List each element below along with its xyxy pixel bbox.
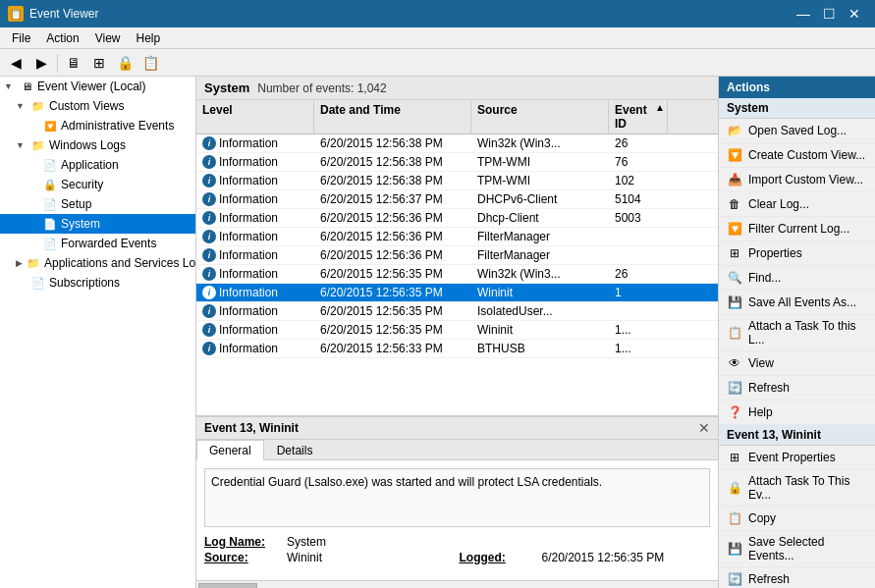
action-open-saved-log[interactable]: 📂 Open Saved Log... [719, 119, 875, 143]
action-refresh[interactable]: 🔄 Refresh [719, 376, 875, 401]
col-header-source[interactable]: Source [471, 100, 609, 134]
attach-task-icon: 📋 [727, 325, 742, 341]
tree-item-custom-views[interactable]: ▼ 📁 Custom Views [0, 96, 195, 116]
refresh-label: Refresh [748, 381, 790, 395]
table-row[interactable]: i Information 6/20/2015 12:56:35 PM Wini… [196, 321, 718, 340]
table-row[interactable]: i Information 6/20/2015 12:56:33 PM BTHU… [196, 340, 718, 358]
back-button[interactable]: ◀ [4, 52, 27, 74]
action-attach-task-event[interactable]: 🔒 Attach Task To This Ev... [719, 470, 875, 507]
cell-eventid: 26 [609, 134, 668, 152]
copy-icon: 📋 [727, 510, 742, 526]
col-header-eventid[interactable]: Event ID ▲ [609, 100, 668, 134]
info-icon: i [202, 211, 216, 225]
filter-log-icon: 🔽 [727, 221, 742, 237]
attach-task-label: Attach a Task To this L... [748, 319, 867, 347]
table-row[interactable]: i Information 6/20/2015 12:56:38 PM Win3… [196, 134, 718, 153]
clipboard-button[interactable]: 📋 [138, 52, 162, 74]
filter-log-label: Filter Current Log... [748, 222, 849, 236]
maximize-button[interactable]: ☐ [816, 4, 842, 24]
action-filter-current-log[interactable]: 🔽 Filter Current Log... [719, 217, 875, 241]
tree-icon-windows-logs: 📁 [30, 137, 46, 153]
forward-button[interactable]: ▶ [29, 52, 53, 74]
import-custom-view-icon: 📥 [727, 172, 742, 187]
cell-eventid: 102 [609, 172, 668, 189]
detail-scrollbar[interactable] [196, 580, 718, 588]
tree-label-app-services: Applications and Services Lo... [44, 256, 196, 270]
action-properties[interactable]: ⊞ Properties [719, 241, 875, 266]
col-header-datetime[interactable]: Date and Time [314, 100, 471, 134]
tree-item-system[interactable]: 📄 System [0, 214, 195, 234]
action-clear-log[interactable]: 🗑 Clear Log... [719, 192, 875, 217]
event-table: Level Date and Time Source Event ID ▲ i … [196, 100, 718, 416]
log-name-value: System [287, 535, 456, 549]
action-view[interactable]: 👁 View [719, 351, 875, 376]
tree-item-subscriptions[interactable]: 📄 Subscriptions [0, 273, 195, 293]
action-refresh2[interactable]: 🔄 Refresh [719, 567, 875, 588]
cell-source: Dhcp-Client [471, 209, 609, 227]
tree-item-admin-events[interactable]: 🔽 Administrative Events [0, 116, 195, 135]
action-copy[interactable]: 📋 Copy [719, 507, 875, 531]
detail-title: Event 13, Wininit [204, 421, 299, 435]
tree-item-windows-logs[interactable]: ▼ 📁 Windows Logs [0, 135, 195, 155]
tree-item-security[interactable]: 🔒 Security [0, 175, 195, 194]
tab-details[interactable]: Details [264, 440, 326, 460]
tree-item-forwarded-events[interactable]: 📄 Forwarded Events [0, 234, 195, 253]
tree-item-application[interactable]: 📄 Application [0, 155, 195, 175]
table-row[interactable]: i Information 6/20/2015 12:56:36 PM Filt… [196, 246, 718, 265]
menu-view[interactable]: View [87, 29, 129, 47]
table-row[interactable]: i Information 6/20/2015 12:56:37 PM DHCP… [196, 190, 718, 209]
action-find[interactable]: 🔍 Find... [719, 266, 875, 291]
table-row-selected[interactable]: i Information 6/20/2015 12:56:35 PM Wini… [196, 284, 718, 302]
tree-item-event-viewer[interactable]: ▼ 🖥 Event Viewer (Local) [0, 77, 195, 96]
cell-source: Wininit [471, 321, 609, 339]
monitor-button[interactable]: 🖥 [62, 52, 85, 74]
menu-file[interactable]: File [4, 29, 38, 47]
action-import-custom-view[interactable]: 📥 Import Custom View... [719, 168, 875, 192]
toolbar: ◀ ▶ 🖥 ⊞ 🔒 📋 [0, 49, 875, 77]
table-row[interactable]: i Information 6/20/2015 12:56:35 PM Win3… [196, 265, 718, 284]
refresh-icon: 🔄 [727, 380, 742, 396]
cell-datetime: 6/20/2015 12:56:38 PM [314, 153, 471, 171]
tree-label-admin-events: Administrative Events [61, 119, 174, 133]
table-row[interactable]: i Information 6/20/2015 12:56:35 PM Isol… [196, 302, 718, 321]
action-event-properties[interactable]: ⊞ Event Properties [719, 446, 875, 470]
action-save-selected-events[interactable]: 💾 Save Selected Events... [719, 531, 875, 567]
actions-title: Actions [727, 80, 770, 94]
tree-item-setup[interactable]: 📄 Setup [0, 194, 195, 214]
detail-panel: Event 13, Wininit ✕ General Details Cred… [196, 416, 718, 588]
open-saved-log-icon: 📂 [727, 123, 742, 138]
table-row[interactable]: i Information 6/20/2015 12:56:36 PM Filt… [196, 228, 718, 246]
cell-datetime: 6/20/2015 12:56:35 PM [314, 284, 471, 301]
event-properties-label: Event Properties [748, 451, 836, 464]
cell-eventid [609, 302, 668, 320]
tree-item-app-services[interactable]: ▶ 📁 Applications and Services Lo... [0, 253, 195, 273]
action-create-custom-view[interactable]: 🔽 Create Custom View... [719, 143, 875, 168]
tab-general[interactable]: General [196, 440, 264, 460]
close-button[interactable]: ✕ [842, 4, 867, 24]
detail-tabs: General Details [196, 440, 718, 460]
grid-button[interactable]: ⊞ [87, 52, 111, 74]
cell-datetime: 6/20/2015 12:56:36 PM [314, 246, 471, 264]
cell-eventid: 1... [609, 340, 668, 357]
table-row[interactable]: i Information 6/20/2015 12:56:38 PM TPM-… [196, 172, 718, 190]
attach-task-event-label: Attach Task To This Ev... [748, 474, 867, 502]
info-icon: i [202, 230, 216, 243]
action-save-all-events[interactable]: 💾 Save All Events As... [719, 291, 875, 315]
col-header-level[interactable]: Level [196, 100, 314, 134]
copy-label: Copy [748, 511, 776, 525]
cell-level: i Information [196, 321, 314, 339]
action-help[interactable]: ❓ Help [719, 401, 875, 425]
minimize-button[interactable]: — [791, 4, 816, 24]
cell-level: i Information [196, 209, 314, 227]
detail-close-button[interactable]: ✕ [698, 420, 710, 436]
lock-button[interactable]: 🔒 [113, 52, 137, 74]
info-icon: i [202, 174, 216, 187]
menu-help[interactable]: Help [129, 29, 169, 47]
tree-label-security: Security [61, 178, 103, 191]
menu-action[interactable]: Action [38, 29, 86, 47]
detail-fields: Log Name: System Source: Wininit Logged:… [204, 535, 710, 564]
action-attach-task[interactable]: 📋 Attach a Task To this L... [719, 315, 875, 351]
table-row[interactable]: i Information 6/20/2015 12:56:36 PM Dhcp… [196, 209, 718, 228]
table-row[interactable]: i Information 6/20/2015 12:56:38 PM TPM-… [196, 153, 718, 172]
app-icon: 📋 [8, 6, 24, 22]
